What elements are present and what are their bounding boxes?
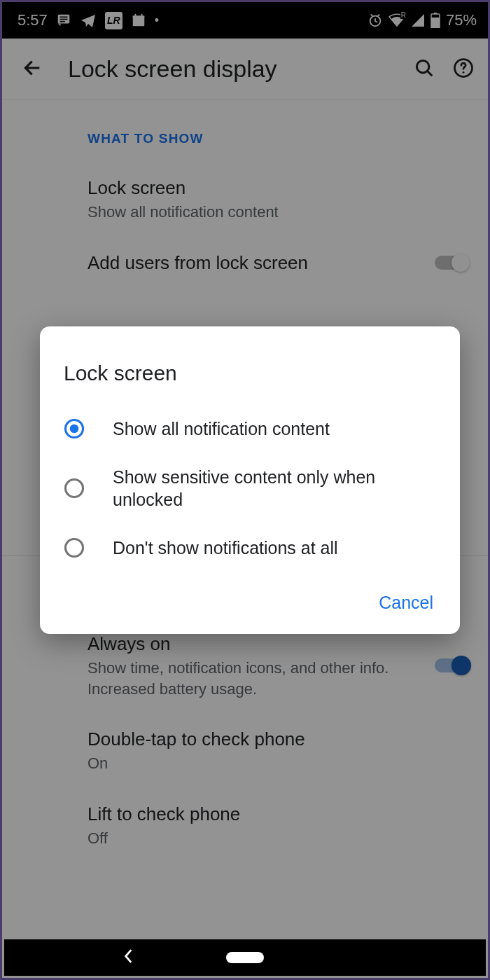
phone-frame: 5:57 LR • R bbox=[0, 0, 490, 980]
svg-point-17 bbox=[66, 480, 83, 497]
radio-option-1[interactable]: Show all notification content bbox=[40, 405, 460, 453]
radio-unchecked-icon bbox=[64, 537, 85, 558]
radio-label: Show all notification content bbox=[113, 417, 330, 441]
cancel-button[interactable]: Cancel bbox=[379, 593, 433, 613]
radio-checked-icon bbox=[64, 418, 85, 439]
nav-home-pill[interactable] bbox=[226, 952, 264, 963]
dialog-title: Lock screen bbox=[40, 352, 460, 405]
nav-back-icon[interactable] bbox=[123, 948, 134, 967]
lock-screen-dialog: Lock screen Show all notification conten… bbox=[40, 326, 460, 634]
svg-point-18 bbox=[66, 539, 83, 556]
radio-option-3[interactable]: Don't show notifications at all bbox=[40, 524, 460, 572]
svg-point-16 bbox=[70, 425, 79, 434]
radio-label: Don't show notifications at all bbox=[113, 537, 338, 560]
navigation-bar bbox=[4, 939, 486, 976]
radio-option-2[interactable]: Show sensitive content only when unlocke… bbox=[40, 453, 460, 524]
radio-label: Show sensitive content only when unlocke… bbox=[113, 466, 436, 511]
radio-unchecked-icon bbox=[64, 478, 85, 499]
